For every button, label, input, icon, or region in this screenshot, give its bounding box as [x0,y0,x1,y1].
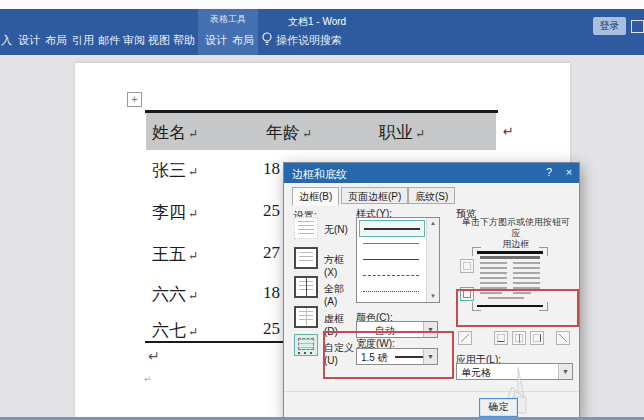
paragraph-mark-small: ↵ [144,374,152,384]
end-of-cell-mark: ↵ [302,127,312,141]
diagonal-down-border-toggle[interactable] [458,331,472,345]
borders-and-shading-dialog: 边框和底纹 ? × 边框(B) 页面边框(P) 底纹(S) 设置: 无(N) 方… [283,162,580,420]
cell-name[interactable]: 张三↵ [152,159,198,182]
header-cell-age[interactable]: 年龄↵ [266,121,312,144]
dialog-titlebar[interactable]: 边框和底纹 ? × [284,163,579,183]
setting-grid-icon [294,306,318,328]
inside-vertical-border-toggle[interactable] [512,331,526,345]
style-option[interactable] [359,252,423,267]
table-header-row[interactable]: 姓名↵ 年龄↵ 职业↵ [146,113,496,150]
scroll-down-icon[interactable]: ▼ [427,291,439,302]
header-cell-name[interactable]: 姓名↵ [152,121,198,144]
bottom-border-toggle[interactable] [494,331,508,345]
scroll-up-icon[interactable]: ▲ [427,218,439,229]
style-option[interactable] [359,236,423,251]
cell-age[interactable]: 25 [263,201,280,221]
document-title: 文档1 - Word [288,15,346,29]
preview-top-border-line [477,251,543,254]
end-of-cell-mark: ↵ [188,127,198,141]
table-tools-context-block: 表格工具 [198,9,258,55]
dialog-title: 边框和底纹 [292,167,347,182]
dialog-footer-divider [284,391,579,392]
ribbon-tab-table-design[interactable]: 设计 [205,33,227,48]
table-tools-label: 表格工具 [198,13,258,26]
style-option[interactable] [359,284,423,299]
end-of-cell-mark: ↵ [188,325,198,339]
setting-custom-icon [294,334,318,356]
style-list-scrollbar[interactable]: ▲ ▼ [426,218,439,302]
end-of-cell-mark: ↵ [188,165,198,179]
setting-option-all[interactable]: 全部(A) [294,276,354,300]
help-icon[interactable]: ? [542,166,556,178]
cell-name[interactable]: 李四↵ [152,201,198,224]
ribbon-tab-references[interactable]: 引用 [72,33,94,48]
cell-age[interactable]: 18 [263,283,280,303]
end-of-cell-mark: ↵ [188,249,198,263]
end-of-cell-mark: ↵ [415,127,425,141]
ribbon-tab-review[interactable]: 审阅 [123,33,145,48]
tab-page-border[interactable]: 页面边框(P) [341,187,408,204]
close-icon[interactable]: × [562,166,576,178]
cell-name[interactable]: 六六↵ [152,283,198,306]
word-window: 表格工具 文档1 - Word 入 设计 布局 引用 邮件 审阅 视图 帮助 设… [0,0,644,420]
style-option[interactable] [359,268,423,283]
setting-option-grid[interactable]: 虚框(D) [294,306,354,330]
border-style-list[interactable]: ▲ ▼ [356,217,440,303]
setting-none-icon [294,217,318,239]
setting-all-icon [294,276,318,298]
end-of-cell-mark: ↵ [188,289,198,303]
cell-name[interactable]: 六七↵ [152,319,198,342]
cell-name[interactable]: 王五↵ [152,243,198,266]
lightbulb-icon [261,32,273,46]
ribbon-tab-insert-partial[interactable]: 入 [1,33,12,48]
cell-age[interactable]: 18 [263,159,280,179]
titlebar-strip [0,0,644,9]
ribbon-tab-table-layout[interactable]: 布局 [232,33,254,48]
diagonal-up-border-toggle[interactable] [556,331,570,345]
cell-age[interactable]: 25 [263,319,280,339]
tell-me-search[interactable]: 操作说明搜索 [276,33,342,48]
ribbon-tab-mailings[interactable]: 邮件 [98,33,120,48]
style-option-selected[interactable] [359,220,425,237]
ribbon: 表格工具 文档1 - Word 入 设计 布局 引用 邮件 审阅 视图 帮助 设… [0,9,644,55]
end-of-row-mark: ↵ [503,124,514,139]
setting-option-none[interactable]: 无(N) [294,217,354,241]
right-border-toggle[interactable] [530,331,544,345]
ribbon-tab-view[interactable]: 视图 [148,33,170,48]
preview-text-line [480,256,540,259]
ribbon-tab-design[interactable]: 设计 [18,33,40,48]
end-of-cell-mark: ↵ [188,207,198,221]
annotation-red-box-width [323,331,454,379]
ribbon-tab-help[interactable]: 帮助 [173,33,195,48]
ribbon-display-options-icon[interactable] [631,20,644,33]
apply-to-value: 单元格 [461,366,491,380]
table-move-handle[interactable]: + [127,92,142,107]
setting-box-icon [294,247,318,269]
signin-button[interactable]: 登录 [593,17,626,35]
tab-borders[interactable]: 边框(B) [292,187,339,206]
annotation-red-box-preview [456,289,579,327]
tab-shading[interactable]: 底纹(S) [408,187,455,204]
setting-option-box[interactable]: 方框(X) [294,247,354,271]
paragraph-mark: ↵ [148,348,160,364]
chevron-down-icon[interactable]: ▼ [558,364,572,379]
header-cell-job[interactable]: 职业↵ [379,121,425,144]
ribbon-tab-layout[interactable]: 布局 [45,33,67,48]
preview-top-border-toggle[interactable] [460,259,474,273]
cell-age[interactable]: 27 [263,243,280,263]
ok-button[interactable]: 确定 [479,398,518,417]
